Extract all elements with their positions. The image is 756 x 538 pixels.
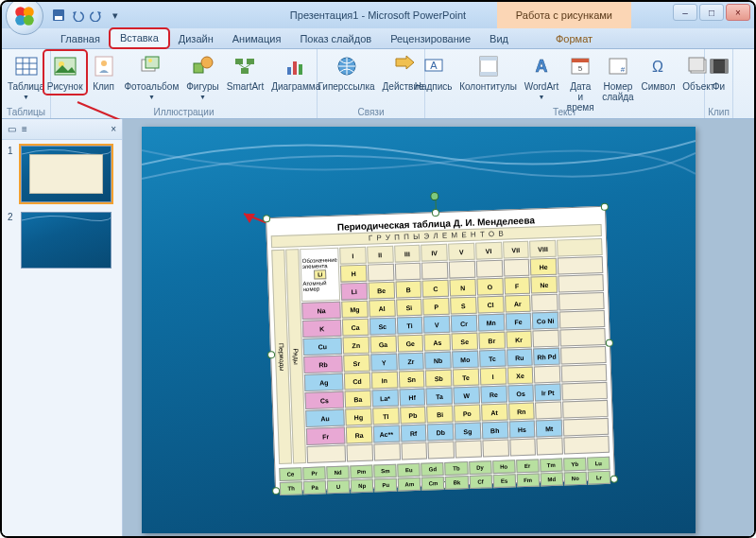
tab-insert[interactable]: Вставка bbox=[110, 28, 169, 48]
pt-lan: Dy bbox=[469, 460, 492, 475]
pt-element: Ge bbox=[397, 335, 423, 353]
pt-act: Md bbox=[540, 473, 563, 487]
pt-element bbox=[533, 330, 559, 348]
pt-element: I bbox=[480, 368, 507, 386]
pt-col-header: VII bbox=[503, 241, 529, 259]
pt-lan: Ho bbox=[492, 460, 516, 474]
pt-act: Lr bbox=[588, 471, 611, 485]
btn-chart-label: Диаграмма bbox=[271, 81, 320, 92]
tab-home[interactable]: Главная bbox=[51, 30, 110, 48]
pt-element bbox=[449, 261, 475, 279]
pt-element bbox=[558, 274, 604, 293]
pt-element: Cd bbox=[344, 373, 370, 390]
close-button[interactable]: × bbox=[726, 4, 750, 21]
pt-act: Es bbox=[492, 474, 516, 488]
pt-element: Be bbox=[368, 282, 394, 300]
slide-editor[interactable]: Периодическая таблица Д. И. Менделеева Г… bbox=[123, 119, 754, 536]
resize-handle-ne[interactable] bbox=[601, 203, 609, 211]
btn-slidenum[interactable]: # Номер слайда bbox=[599, 51, 636, 104]
pt-element: La* bbox=[371, 390, 398, 408]
pt-element: Sc bbox=[369, 318, 396, 336]
svg-marker-47 bbox=[244, 214, 255, 223]
btn-datetime[interactable]: 5 Дата и время bbox=[563, 51, 597, 114]
svg-rect-21 bbox=[247, 59, 254, 64]
slides-tab-icon[interactable]: ▭ bbox=[8, 124, 16, 134]
pt-element: In bbox=[371, 372, 398, 390]
pt-act: Th bbox=[280, 481, 303, 495]
pt-legend: Обозначение элементаLiАтомный номер bbox=[300, 248, 340, 302]
pt-col-header: I bbox=[339, 247, 366, 265]
pt-element bbox=[373, 443, 400, 461]
btn-headerfooter[interactable]: Колонтитулы bbox=[456, 51, 519, 94]
tab-slideshow[interactable]: Показ слайдов bbox=[290, 30, 381, 48]
btn-album[interactable]: Фотоальбом ▼ bbox=[122, 51, 182, 102]
btn-clip-label: Клип bbox=[93, 81, 114, 92]
svg-rect-6 bbox=[16, 58, 37, 75]
pt-lan: Gd bbox=[421, 462, 445, 477]
slide-background-swoosh bbox=[142, 127, 696, 202]
pt-element: Rh Pd bbox=[533, 348, 559, 366]
periodic-table: Периодическая таблица Д. И. Менделеева Г… bbox=[270, 211, 610, 487]
btn-shapes[interactable]: Фигуры ▼ bbox=[183, 51, 221, 102]
pt-element: V bbox=[423, 316, 450, 334]
album-icon bbox=[138, 53, 164, 79]
qat-dropdown[interactable]: ▾ bbox=[108, 8, 123, 23]
pt-element: At bbox=[481, 404, 507, 422]
btn-movie-label: Фи bbox=[713, 81, 725, 92]
pt-element: Db bbox=[427, 424, 454, 442]
btn-wordart[interactable]: A WordArt ▼ bbox=[522, 51, 561, 102]
inserted-picture[interactable]: Периодическая таблица Д. И. Менделеева Г… bbox=[266, 206, 615, 492]
pt-element: Hf bbox=[399, 389, 425, 407]
pt-element: Bi bbox=[426, 406, 453, 424]
pt-element: Se bbox=[451, 333, 477, 351]
pt-act: Np bbox=[351, 479, 374, 494]
tab-design[interactable]: Дизайн bbox=[169, 30, 223, 48]
pt-element: Nb bbox=[424, 352, 451, 370]
datetime-icon: 5 bbox=[567, 53, 593, 79]
pt-col-header: V bbox=[448, 243, 474, 261]
tab-review[interactable]: Рецензирование bbox=[381, 30, 480, 48]
qat-redo[interactable] bbox=[89, 8, 104, 23]
tab-animation[interactable]: Анимация bbox=[223, 30, 291, 48]
btn-hyperlink[interactable]: Гиперссылка bbox=[315, 51, 377, 94]
pt-element bbox=[535, 402, 561, 420]
btn-movie[interactable]: Фи bbox=[703, 51, 735, 94]
pt-element: Mg bbox=[341, 301, 368, 319]
group-links: Гиперссылка Действие Связи bbox=[318, 49, 425, 118]
pt-element: Bh bbox=[482, 422, 508, 440]
group-label-illustrations: Иллюстрации bbox=[51, 107, 317, 117]
btn-table-label: Таблица bbox=[8, 81, 44, 92]
svg-text:#: # bbox=[621, 65, 626, 74]
resize-handle-nw[interactable] bbox=[263, 215, 270, 222]
resize-handle-w[interactable] bbox=[267, 351, 275, 358]
resize-handle-sw[interactable] bbox=[272, 487, 280, 495]
btn-clip[interactable]: Клип bbox=[88, 51, 120, 94]
tab-format[interactable]: Формат bbox=[546, 30, 602, 48]
slide-thumb-1[interactable] bbox=[21, 146, 112, 202]
pt-element: Ga bbox=[369, 336, 396, 354]
outline-tab-icon[interactable]: ≡ bbox=[22, 124, 27, 134]
btn-table[interactable]: Таблица ▼ bbox=[5, 51, 47, 102]
btn-symbol[interactable]: Ω Символ bbox=[639, 51, 679, 94]
pt-element: Si bbox=[396, 299, 422, 317]
qat-undo[interactable] bbox=[70, 8, 85, 23]
pt-element: Zr bbox=[398, 353, 424, 371]
slide-canvas[interactable]: Периодическая таблица Д. И. Менделеева Г… bbox=[142, 127, 696, 533]
slide-thumb-2[interactable] bbox=[21, 212, 112, 269]
pt-element: Fr bbox=[306, 427, 346, 445]
slide-thumbnails-panel: ▭ ≡ × 1 2 bbox=[2, 119, 123, 536]
undo-icon bbox=[71, 9, 84, 22]
pt-element: Ta bbox=[426, 388, 453, 406]
resize-handle-se[interactable] bbox=[610, 476, 618, 483]
qat-save[interactable] bbox=[51, 8, 66, 23]
resize-handle-e[interactable] bbox=[606, 339, 613, 347]
btn-picture[interactable]: Рисунок bbox=[44, 51, 86, 94]
tab-view[interactable]: Вид bbox=[480, 30, 518, 48]
svg-rect-42 bbox=[711, 60, 713, 73]
office-logo-icon bbox=[12, 4, 37, 28]
btn-textbox[interactable]: A Надпись bbox=[412, 51, 455, 94]
maximize-button[interactable]: □ bbox=[699, 4, 724, 21]
btn-smartart[interactable]: SmartArt bbox=[224, 51, 266, 94]
minimize-button[interactable]: – bbox=[673, 4, 697, 21]
close-panel-button[interactable]: × bbox=[111, 124, 116, 134]
